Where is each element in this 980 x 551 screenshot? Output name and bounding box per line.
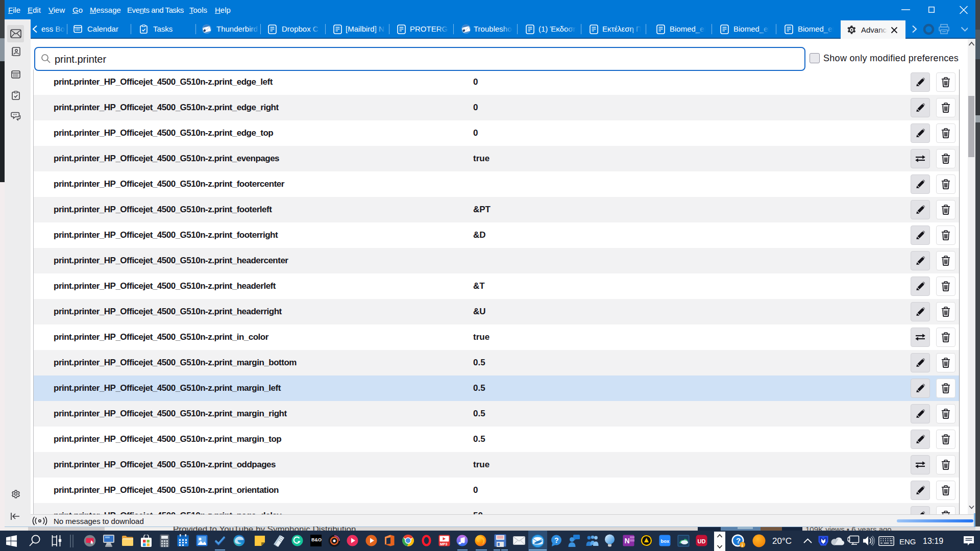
svg-text:UD: UD [698, 538, 706, 544]
svg-text:i: i [742, 543, 743, 548]
svg-text:box: box [661, 538, 670, 544]
svg-text:N: N [625, 537, 630, 545]
svg-text:?: ? [554, 536, 559, 544]
svg-text:MP3: MP3 [440, 542, 448, 546]
